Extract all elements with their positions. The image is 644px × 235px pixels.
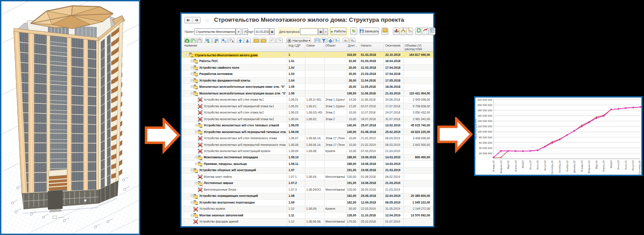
svg-text:Июнь18: Июнь18: [529, 161, 532, 169]
svg-text:Май19: Май19: [610, 161, 612, 168]
svg-text:Январь19: Январь19: [581, 161, 583, 172]
svg-text:Октябрь18: Октябрь18: [558, 161, 561, 173]
svg-text:Ноябрь18: Ноябрь18: [566, 161, 569, 172]
svg-text:Июнь19: Июнь19: [617, 161, 620, 169]
svg-text:20 000 000: 20 000 000: [479, 152, 493, 155]
svg-text:160 000 000: 160 000 000: [478, 114, 493, 117]
svg-text:Июль18: Июль18: [536, 161, 539, 170]
svg-text:40 000 000: 40 000 000: [479, 147, 493, 149]
svg-text:140 000 000: 140 000 000: [478, 120, 493, 122]
svg-text:Нарастающий итог: Нарастающий итог: [475, 118, 477, 140]
svg-text:Март19: Март19: [595, 161, 598, 169]
svg-text:Апрель18: Апрель18: [514, 161, 517, 172]
svg-text:Май18: Май18: [522, 161, 524, 168]
svg-text:Март18: Март18: [507, 161, 510, 169]
svg-text:Январь18: Январь18: [492, 161, 495, 172]
svg-text:Август19: Август19: [632, 161, 634, 171]
svg-text:200 000 000: 200 000 000: [478, 104, 493, 106]
svg-text:Февраль19: Февраль19: [588, 161, 590, 173]
svg-text:60 000 000: 60 000 000: [479, 141, 493, 144]
svg-text:100 000 000: 100 000 000: [478, 130, 493, 133]
svg-text:Сентябрь18: Сентябрь18: [551, 161, 553, 174]
svg-text:Апрель19: Апрель19: [602, 161, 605, 172]
svg-text:80 000 000: 80 000 000: [479, 136, 493, 139]
svg-text:180 000 000: 180 000 000: [478, 109, 493, 112]
svg-text:Декабрь18: Декабрь18: [573, 161, 576, 173]
svg-text:Сентябрь19: Сентябрь19: [638, 161, 641, 174]
svg-text:120 000 000: 120 000 000: [478, 125, 493, 128]
svg-text:220 000 000: 220 000 000: [478, 98, 493, 101]
svg-text:Февраль18: Февраль18: [500, 161, 502, 173]
svg-text:Август18: Август18: [544, 161, 546, 171]
svg-text:Июль19: Июль19: [624, 161, 627, 170]
